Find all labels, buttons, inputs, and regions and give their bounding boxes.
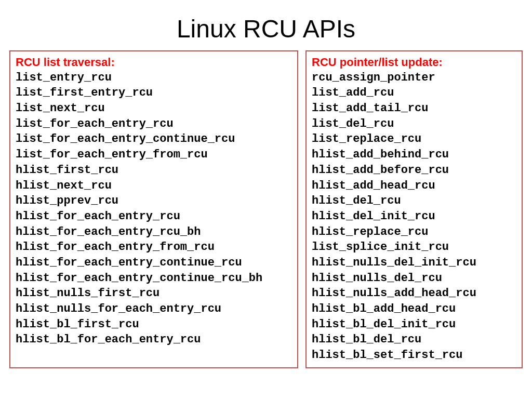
right-box-header: RCU pointer/list update:: [312, 55, 516, 70]
api-item: list_del_rcu: [312, 116, 516, 132]
api-item: list_add_tail_rcu: [312, 101, 516, 116]
api-item: list_next_rcu: [16, 101, 292, 116]
api-item: hlist_bl_add_head_rcu: [312, 301, 516, 317]
api-item: list_for_each_entry_rcu: [16, 116, 292, 132]
api-item: hlist_nulls_del_rcu: [312, 271, 516, 286]
page-title: Linux RCU APIs: [0, 0, 532, 50]
api-item: hlist_for_each_entry_continue_rcu: [16, 255, 292, 271]
api-item: rcu_assign_pointer: [312, 70, 516, 86]
left-list: list_entry_rculist_first_entry_rculist_n…: [16, 70, 292, 348]
right-list: rcu_assign_pointerlist_add_rculist_add_t…: [312, 70, 516, 363]
api-item: hlist_for_each_entry_rcu_bh: [16, 224, 292, 240]
api-item: list_replace_rcu: [312, 131, 516, 147]
api-item: hlist_del_rcu: [312, 193, 516, 209]
api-item: hlist_pprev_rcu: [16, 193, 292, 209]
api-item: hlist_first_rcu: [16, 163, 292, 178]
right-box: RCU pointer/list update: rcu_assign_poin…: [305, 50, 523, 368]
api-item: list_splice_init_rcu: [312, 240, 516, 255]
api-item: hlist_bl_del_rcu: [312, 332, 516, 348]
api-item: list_add_rcu: [312, 85, 516, 101]
api-item: hlist_add_head_rcu: [312, 178, 516, 194]
left-box-header: RCU list traversal:: [16, 55, 292, 70]
api-item: hlist_next_rcu: [16, 178, 292, 194]
api-item: hlist_del_init_rcu: [312, 209, 516, 224]
api-item: hlist_nulls_add_head_rcu: [312, 286, 516, 301]
api-item: hlist_for_each_entry_rcu: [16, 209, 292, 224]
api-item: list_for_each_entry_from_rcu: [16, 147, 292, 163]
columns-container: RCU list traversal: list_entry_rculist_f…: [0, 50, 532, 368]
api-item: hlist_bl_first_rcu: [16, 317, 292, 332]
api-item: hlist_nulls_for_each_entry_rcu: [16, 301, 292, 317]
api-item: list_for_each_entry_continue_rcu: [16, 131, 292, 147]
api-item: hlist_nulls_first_rcu: [16, 286, 292, 301]
api-item: list_entry_rcu: [16, 70, 292, 86]
api-item: hlist_replace_rcu: [312, 224, 516, 240]
api-item: hlist_bl_for_each_entry_rcu: [16, 332, 292, 348]
api-item: hlist_bl_del_init_rcu: [312, 317, 516, 332]
api-item: hlist_nulls_del_init_rcu: [312, 255, 516, 271]
api-item: hlist_for_each_entry_from_rcu: [16, 240, 292, 255]
api-item: hlist_bl_set_first_rcu: [312, 348, 516, 363]
api-item: list_first_entry_rcu: [16, 85, 292, 101]
left-box: RCU list traversal: list_entry_rculist_f…: [9, 50, 298, 368]
api-item: hlist_add_before_rcu: [312, 163, 516, 178]
api-item: hlist_for_each_entry_continue_rcu_bh: [16, 271, 292, 286]
api-item: hlist_add_behind_rcu: [312, 147, 516, 163]
